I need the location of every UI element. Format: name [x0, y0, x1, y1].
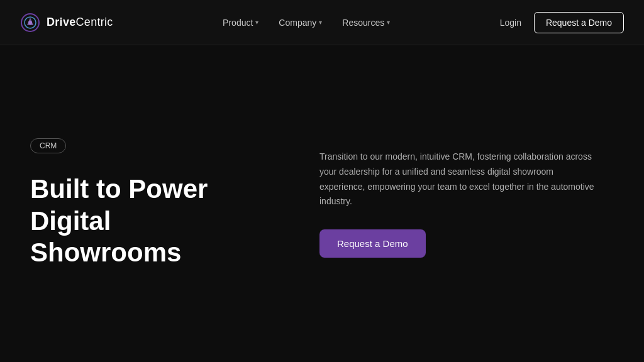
logo[interactable]: DriveCentric	[20, 13, 113, 33]
hero-title: Built to Power Digital Showrooms	[30, 173, 269, 268]
nav-item-resources[interactable]: Resources ▾	[342, 18, 390, 28]
nav-demo-button[interactable]: Request a Demo	[534, 12, 624, 33]
hero-description: Transition to our modern, intuitive CRM,…	[319, 150, 596, 209]
nav-actions: Login Request a Demo	[500, 12, 624, 33]
hero-section: CRM Built to Power Digital Showrooms Tra…	[0, 45, 644, 362]
chevron-down-icon: ▾	[387, 19, 390, 26]
navbar: DriveCentric Product ▾ Company ▾ Resourc…	[0, 0, 644, 45]
nav-link-company[interactable]: Company ▾	[279, 18, 322, 28]
logo-icon	[20, 13, 40, 33]
nav-item-product[interactable]: Product ▾	[223, 18, 258, 28]
chevron-down-icon: ▾	[255, 19, 258, 26]
nav-link-resources[interactable]: Resources ▾	[342, 18, 390, 28]
crm-badge: CRM	[30, 138, 66, 153]
svg-point-3	[28, 21, 32, 25]
nav-link-product[interactable]: Product ▾	[223, 18, 258, 28]
chevron-down-icon: ▾	[319, 19, 322, 26]
login-button[interactable]: Login	[500, 18, 521, 28]
logo-text: DriveCentric	[47, 16, 113, 29]
hero-demo-button[interactable]: Request a Demo	[319, 229, 426, 258]
hero-left: CRM Built to Power Digital Showrooms	[30, 138, 294, 268]
nav-item-company[interactable]: Company ▾	[279, 18, 322, 28]
hero-right: Transition to our modern, intuitive CRM,…	[294, 150, 596, 258]
nav-links: Product ▾ Company ▾ Resources ▾	[223, 18, 390, 28]
